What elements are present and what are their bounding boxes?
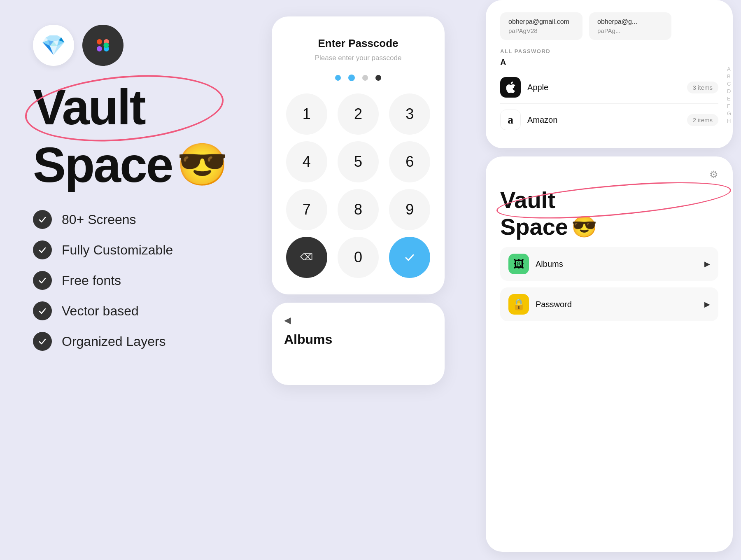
- feature-screens: 80+ Screens: [33, 210, 214, 229]
- num-btn-6[interactable]: 6: [389, 141, 430, 182]
- num-btn-8[interactable]: 8: [338, 189, 379, 230]
- num-btn-7[interactable]: 7: [286, 189, 327, 230]
- right-panel: obherpa@gmail.com paPAgV28 obherpa@g... …: [478, 0, 741, 560]
- check-icon-customizable: [33, 240, 52, 259]
- password-value-1: paPAgV28: [508, 27, 574, 34]
- albums-chevron-icon: ▶: [704, 259, 710, 268]
- mini-vault-title: Vault: [500, 189, 718, 212]
- logos-row: 💎: [33, 25, 214, 66]
- alpha-f[interactable]: F: [727, 103, 731, 109]
- features-list: 80+ Screens Fully Customizable Free font…: [33, 210, 214, 351]
- dot-1: [335, 75, 341, 81]
- svg-rect-2: [97, 46, 102, 51]
- alphabet-sidebar: A B C D E F G H: [727, 66, 731, 124]
- mini-menu-left-albums: 🖼 Albums: [508, 254, 563, 274]
- mini-menu-items: 🖼 Albums ▶ 🔒 Password ▶: [500, 247, 718, 321]
- mini-menu-password[interactable]: 🔒 Password ▶: [500, 287, 718, 321]
- passcode-dots: [335, 75, 381, 81]
- apple-items-count: 3 items: [687, 82, 718, 93]
- feature-label-screens: 80+ Screens: [62, 212, 136, 227]
- albums-menu-icon: 🖼: [508, 254, 529, 274]
- alpha-h[interactable]: H: [727, 118, 731, 124]
- passcode-title: Enter Passcode: [318, 37, 398, 50]
- feature-label-fonts: Free fonts: [62, 273, 121, 288]
- dot-2: [348, 75, 355, 81]
- apple-name: Apple: [527, 83, 548, 92]
- feature-layers: Organized Layers: [33, 332, 214, 351]
- num-btn-0[interactable]: 0: [338, 237, 379, 278]
- num-btn-1[interactable]: 1: [286, 93, 327, 135]
- num-btn-confirm[interactable]: [389, 237, 430, 278]
- sunglasses-emoji: 😎: [177, 140, 228, 189]
- sketch-logo: 💎: [33, 25, 74, 66]
- space-row: Space 😎: [33, 140, 214, 189]
- alpha-g[interactable]: G: [727, 110, 731, 117]
- vault-title: Vault: [33, 82, 214, 132]
- svg-point-4: [104, 43, 109, 48]
- albums-menu-label: Albums: [536, 259, 563, 269]
- num-btn-9[interactable]: 9: [389, 189, 430, 230]
- password-menu-label: Password: [536, 300, 572, 309]
- check-icon-fonts: [33, 271, 52, 290]
- feature-customizable: Fully Customizable: [33, 240, 214, 259]
- alpha-d[interactable]: D: [727, 88, 731, 94]
- svg-rect-0: [97, 39, 102, 44]
- email-chip-1: obherpa@gmail.com paPAgV28: [500, 12, 583, 40]
- back-arrow[interactable]: ◀: [284, 315, 291, 326]
- email-address-2: obherpa@g...: [597, 18, 663, 26]
- passcode-card: Enter Passcode Please enter your passcod…: [272, 16, 445, 294]
- mini-space-title: Space: [500, 215, 568, 238]
- dot-3: [362, 75, 368, 81]
- password-row-amazon[interactable]: a Amazon 2 items: [500, 104, 718, 136]
- numpad: 1 2 3 4 5 6 7 8 9 ⌫ 0: [284, 93, 432, 278]
- left-panel: 💎 Vault Space 😎 80+ Screens: [0, 0, 239, 560]
- password-value-2: paPAg...: [597, 27, 663, 34]
- mini-app-card: ⚙ Vault Space 😎 🖼 Albums ▶ 🔒: [486, 156, 733, 552]
- email-chip-2: obherpa@g... paPAg...: [589, 12, 671, 40]
- all-password-label: ALL PASSWORD: [500, 48, 718, 54]
- amazon-items-count: 2 items: [687, 114, 718, 126]
- email-items: obherpa@gmail.com paPAgV28 obherpa@g... …: [500, 12, 718, 40]
- figma-logo: [82, 25, 124, 66]
- password-row-apple[interactable]: Apple 3 items: [500, 71, 718, 104]
- center-panel: Enter Passcode Please enter your passcod…: [239, 0, 478, 560]
- pw-left-amazon: a Amazon: [500, 110, 557, 130]
- num-btn-2[interactable]: 2: [338, 93, 379, 135]
- feature-fonts: Free fonts: [33, 271, 214, 290]
- email-address-1: obherpa@gmail.com: [508, 18, 574, 26]
- num-btn-3[interactable]: 3: [389, 93, 430, 135]
- apple-icon: [500, 77, 521, 98]
- section-letter-a: A: [500, 58, 718, 67]
- check-icon-screens: [33, 210, 52, 229]
- num-btn-delete[interactable]: ⌫: [286, 237, 327, 278]
- check-icon-vector: [33, 301, 52, 320]
- password-card: obherpa@gmail.com paPAgV28 obherpa@g... …: [486, 0, 733, 148]
- mini-vault-space: Vault Space 😎: [500, 189, 718, 239]
- vault-title-container: Vault: [33, 82, 214, 132]
- settings-gear-icon[interactable]: ⚙: [709, 169, 718, 180]
- alpha-e[interactable]: E: [727, 96, 731, 102]
- amazon-name: Amazon: [527, 115, 557, 125]
- feature-vector: Vector based: [33, 301, 214, 320]
- mini-menu-left-password: 🔒 Password: [508, 294, 572, 315]
- dot-4: [375, 75, 381, 81]
- num-btn-4[interactable]: 4: [286, 141, 327, 182]
- password-chevron-icon: ▶: [704, 300, 710, 309]
- num-btn-5[interactable]: 5: [338, 141, 379, 182]
- mini-menu-albums[interactable]: 🖼 Albums ▶: [500, 247, 718, 281]
- mini-space-row: Space 😎: [500, 215, 718, 239]
- check-icon-layers: [33, 332, 52, 351]
- pw-left-apple: Apple: [500, 77, 548, 98]
- feature-label-vector: Vector based: [62, 303, 139, 319]
- feature-label-customizable: Fully Customizable: [62, 243, 173, 258]
- feature-label-layers: Organized Layers: [62, 334, 166, 349]
- bottom-card: ◀ Albums: [272, 303, 445, 385]
- space-title: Space: [33, 140, 172, 189]
- alpha-c[interactable]: C: [727, 81, 731, 87]
- alpha-a[interactable]: A: [727, 66, 731, 72]
- passcode-subtitle: Please enter your passcode: [315, 54, 402, 62]
- amazon-icon: a: [500, 110, 521, 130]
- albums-label: Albums: [284, 332, 332, 347]
- password-menu-icon: 🔒: [508, 294, 529, 315]
- alpha-b[interactable]: B: [727, 73, 731, 79]
